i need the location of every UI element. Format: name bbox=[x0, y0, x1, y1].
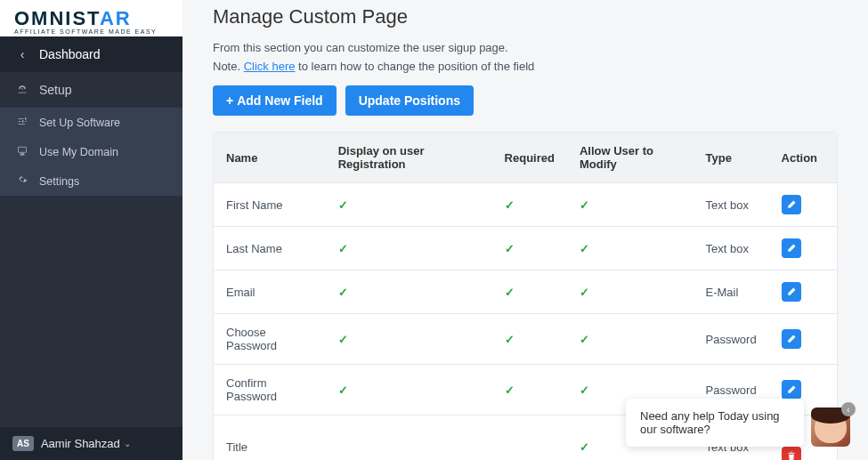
table-cell: Email bbox=[214, 270, 326, 314]
table-cell: ✓ bbox=[567, 270, 694, 314]
table-cell: Title bbox=[214, 416, 326, 461]
table-header-cell: Allow User to Modify bbox=[567, 133, 694, 183]
check-icon: ✓ bbox=[505, 383, 515, 397]
edit-button[interactable] bbox=[782, 380, 801, 399]
brand-tagline: AFFILIATE SOFTWARE MADE EASY bbox=[14, 28, 168, 35]
check-icon: ✓ bbox=[580, 242, 589, 255]
check-icon: ✓ bbox=[580, 333, 589, 346]
sidebar-item-label: Set Up Software bbox=[39, 117, 120, 129]
main-content: Manage Custom Page From this section you… bbox=[183, 0, 868, 460]
table-cell bbox=[769, 270, 837, 314]
chat-bubble[interactable]: Need any help Today using our software? bbox=[626, 399, 804, 447]
delete-button[interactable] bbox=[782, 447, 801, 460]
sidebar-item-settings[interactable]: Settings bbox=[0, 166, 183, 196]
chevron-left-icon: ‹ bbox=[14, 47, 30, 61]
user-initials-badge: AS bbox=[12, 436, 34, 451]
check-icon: ✓ bbox=[580, 383, 589, 397]
table-cell: Password bbox=[694, 314, 769, 365]
check-icon: ✓ bbox=[580, 440, 589, 454]
chevron-down-icon: ⌄ bbox=[124, 439, 131, 448]
sidebar-sublist: Set Up SoftwareUse My DomainSettings bbox=[0, 108, 183, 196]
page-title: Manage Custom Page bbox=[213, 5, 838, 28]
update-positions-button[interactable]: Update Positions bbox=[345, 85, 474, 116]
check-icon: ✓ bbox=[505, 198, 515, 212]
table-row: Last Name✓✓✓Text box bbox=[214, 227, 837, 270]
check-icon: ✓ bbox=[338, 198, 348, 212]
brand-name: OMNISTAR bbox=[14, 7, 168, 30]
table-cell: ✓ bbox=[492, 227, 567, 270]
table-cell: Confirm Password bbox=[214, 365, 326, 416]
gauge-icon bbox=[14, 83, 30, 97]
sidebar-item-label: Use My Domain bbox=[39, 146, 118, 158]
check-icon: ✓ bbox=[338, 383, 348, 397]
table-cell: E-Mail bbox=[694, 270, 769, 314]
table-cell: ✓ bbox=[492, 365, 567, 416]
table-cell: Text box bbox=[694, 183, 769, 227]
user-name-label: Aamir Shahzad bbox=[41, 437, 120, 450]
sidebar-setup-parent[interactable]: Setup bbox=[0, 72, 183, 108]
table-header-row: NameDisplay on user RegistrationRequired… bbox=[214, 133, 837, 183]
table-cell bbox=[769, 314, 837, 365]
table-cell bbox=[769, 227, 837, 270]
check-icon: ✓ bbox=[505, 286, 515, 299]
table-cell: ✓ bbox=[492, 270, 567, 314]
table-cell bbox=[492, 416, 567, 461]
plus-icon: + bbox=[226, 93, 233, 108]
edit-button[interactable] bbox=[782, 195, 801, 214]
chat-toggle-icon[interactable]: ‹ bbox=[841, 402, 856, 416]
note-link[interactable]: Click here bbox=[244, 60, 296, 73]
table-cell: Text box bbox=[694, 227, 769, 270]
sidebar-item-use-my-domain[interactable]: Use My Domain bbox=[0, 137, 183, 166]
sidebar-dashboard-label: Dashboard bbox=[39, 47, 101, 61]
sidebar-item-set-up-software[interactable]: Set Up Software bbox=[0, 108, 183, 137]
table-cell: ✓ bbox=[326, 270, 492, 314]
user-menu[interactable]: AS Aamir Shahzad ⌄ bbox=[0, 427, 183, 460]
table-cell: ✓ bbox=[567, 314, 694, 365]
edit-button[interactable] bbox=[782, 238, 801, 258]
page-description: From this section you can customize the … bbox=[213, 41, 838, 54]
add-new-field-button[interactable]: +Add New Field bbox=[213, 85, 337, 116]
table-cell: ✓ bbox=[326, 183, 492, 227]
chat-widget: Need any help Today using our software? … bbox=[626, 399, 850, 447]
table-cell: ✓ bbox=[567, 183, 694, 227]
check-icon: ✓ bbox=[580, 286, 589, 299]
gear-icon bbox=[14, 174, 30, 188]
table-cell: ✓ bbox=[567, 227, 694, 270]
check-icon: ✓ bbox=[338, 286, 348, 299]
table-cell: ✓ bbox=[326, 365, 492, 416]
check-icon: ✓ bbox=[505, 242, 515, 255]
table-cell: ✓ bbox=[492, 314, 567, 365]
table-cell: Last Name bbox=[214, 227, 326, 270]
table-cell: ✓ bbox=[492, 183, 567, 227]
check-icon: ✓ bbox=[580, 198, 589, 212]
brand-logo: OMNISTAR AFFILIATE SOFTWARE MADE EASY bbox=[0, 0, 183, 36]
edit-button[interactable] bbox=[782, 329, 801, 349]
check-icon: ✓ bbox=[505, 333, 515, 346]
table-header-cell: Display on user Registration bbox=[326, 133, 492, 183]
table-row: First Name✓✓✓Text box bbox=[214, 183, 837, 227]
chat-avatar-wrap[interactable]: ‹ bbox=[811, 408, 850, 447]
table-header-cell: Required bbox=[492, 133, 567, 183]
sliders-icon bbox=[14, 116, 30, 129]
edit-button[interactable] bbox=[782, 282, 801, 302]
check-icon: ✓ bbox=[338, 242, 348, 255]
sidebar: OMNISTAR AFFILIATE SOFTWARE MADE EASY ‹ … bbox=[0, 0, 183, 460]
table-cell bbox=[326, 416, 492, 461]
check-icon: ✓ bbox=[338, 333, 348, 346]
table-row: Email✓✓✓E-Mail bbox=[214, 270, 837, 314]
sidebar-dashboard-link[interactable]: ‹ Dashboard bbox=[0, 36, 183, 72]
table-header-cell: Action bbox=[769, 133, 837, 183]
table-header-cell: Name bbox=[214, 133, 326, 183]
table-cell: ✓ bbox=[326, 227, 492, 270]
sidebar-setup-label: Setup bbox=[39, 83, 72, 97]
table-header-cell: Type bbox=[694, 133, 769, 183]
table-cell: Choose Password bbox=[214, 314, 326, 365]
table-cell bbox=[769, 183, 837, 227]
button-row: +Add New Field Update Positions bbox=[213, 85, 838, 116]
table-cell: ✓ bbox=[326, 314, 492, 365]
table-row: Choose Password✓✓✓Password bbox=[214, 314, 837, 365]
page-note: Note. Click here to learn how to change … bbox=[213, 60, 838, 73]
sidebar-item-label: Settings bbox=[39, 175, 79, 188]
monitor-icon bbox=[14, 145, 30, 158]
table-cell: First Name bbox=[214, 183, 326, 227]
